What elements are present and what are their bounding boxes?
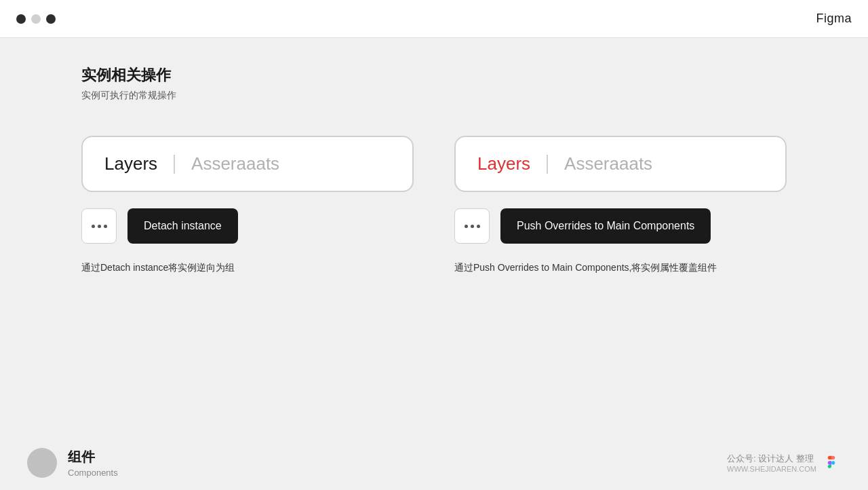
left-description: 通过Detach instance将实例逆向为组	[81, 260, 414, 275]
app-name: Figma	[816, 12, 852, 26]
traffic-dot-yellow[interactable]	[31, 14, 41, 24]
right-panel-secondary: Asseraaats	[564, 153, 652, 174]
bottom-text: 组件 Components	[68, 448, 118, 478]
right-dots-button[interactable]	[454, 208, 490, 244]
figma-icon-area: 公众号: 设计达人 整理 WWW.SHEJIDAREN.COM	[727, 453, 841, 473]
main-content: 实例相关操作 实例可执行的常规操作 Layers Asseraaats Deta…	[0, 38, 868, 490]
watermark-line2: WWW.SHEJIDAREN.COM	[727, 465, 816, 473]
columns-container: Layers Asseraaats Detach instance 通过Deta…	[81, 136, 787, 275]
figma-logo-icon	[822, 453, 841, 472]
rdot2	[471, 225, 474, 228]
left-action-row: Detach instance	[81, 208, 414, 244]
bottom-title: 组件	[68, 448, 118, 466]
traffic-dot-green[interactable]	[46, 14, 56, 24]
right-column: Layers Asseraaats Push Overrides to Main…	[454, 136, 787, 275]
watermark-area: 公众号: 设计达人 整理 WWW.SHEJIDAREN.COM	[727, 453, 816, 473]
right-panel-label: Layers	[477, 153, 530, 174]
right-description: 通过Push Overrides to Main Components,将实例属…	[454, 260, 787, 275]
bottom-subtitle: Components	[68, 468, 118, 478]
dot3	[104, 225, 107, 228]
bottom-left: 组件 Components	[27, 448, 118, 478]
left-dots-button[interactable]	[81, 208, 117, 244]
right-panel: Layers Asseraaats	[454, 136, 787, 192]
right-panel-divider	[547, 155, 548, 174]
left-panel-divider	[174, 155, 175, 174]
top-bar: Figma	[0, 0, 868, 38]
bottom-bar: 组件 Components 公众号: 设计达人 整理 WWW.SHEJIDARE…	[0, 436, 868, 490]
watermark-line1: 公众号: 设计达人 整理	[727, 453, 816, 465]
avatar	[27, 448, 57, 478]
bottom-right: 公众号: 设计达人 整理 WWW.SHEJIDAREN.COM	[727, 453, 841, 473]
traffic-dot-red[interactable]	[16, 14, 26, 24]
left-panel-secondary: Asseraaats	[191, 153, 279, 174]
left-panel-label: Layers	[104, 153, 157, 174]
push-overrides-button[interactable]: Push Overrides to Main Components	[500, 208, 711, 244]
left-panel: Layers Asseraaats	[81, 136, 414, 192]
right-action-row: Push Overrides to Main Components	[454, 208, 787, 244]
detach-instance-button[interactable]: Detach instance	[127, 208, 238, 244]
left-column: Layers Asseraaats Detach instance 通过Deta…	[81, 136, 414, 275]
page-subtitle: 实例可执行的常规操作	[81, 90, 787, 102]
rdot1	[465, 225, 468, 228]
dot2	[98, 225, 101, 228]
rdot3	[477, 225, 480, 228]
dot1	[92, 225, 95, 228]
page-title: 实例相关操作	[81, 65, 787, 86]
traffic-lights	[16, 14, 56, 24]
